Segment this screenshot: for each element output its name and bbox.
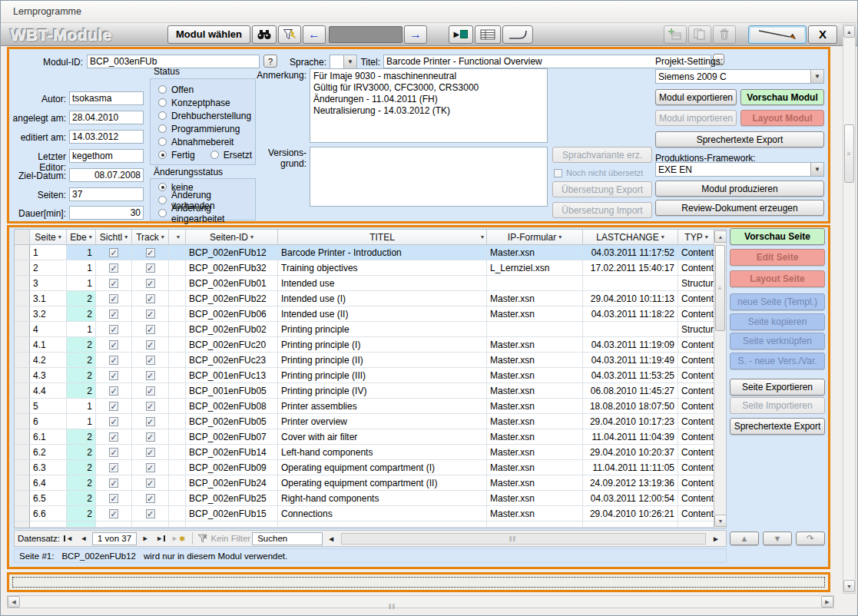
chevron-down-icon[interactable]: ▼ [343,55,356,68]
vorschau-modul-button[interactable]: Vorschau Modul [740,89,824,105]
sort-arrow-icon[interactable]: ▾ [89,233,92,240]
track-checkbox[interactable]: ✓ [146,340,155,349]
modul-id-help-button[interactable]: ? [263,55,277,68]
column-header-Track[interactable]: Track▾ [132,230,169,244]
sichtbar-checkbox[interactable]: ✓ [109,463,118,472]
first-record-button[interactable]: ◄ [61,532,75,545]
column-header-TYP[interactable]: TYP▾ [678,230,715,244]
table-scroll-thumb[interactable]: ≡ [715,245,725,331]
aenderungsstatus-radio-keine[interactable] [158,183,167,191]
table-row[interactable]: 6.62✓✓BCP_002enFUb15ConnectionsMaster.xs… [15,506,726,522]
vscroll-up-arrow-icon[interactable]: ▲ [843,25,855,38]
sichtbar-checkbox[interactable]: ✓ [109,263,118,273]
track-checkbox[interactable]: ✓ [146,263,155,273]
table-horizontal-scrollbar[interactable]: ‖‖ [341,533,706,545]
module-select-button[interactable]: Modul wählen [167,25,250,44]
neue-seite-templ--button[interactable]: neue Seite (Templ.) [730,293,825,310]
track-checkbox[interactable]: ✓ [146,509,155,518]
table-row[interactable]: 6.22✓✓BCP_002enFUb14Left-hand components… [15,445,726,460]
move-row-up-button[interactable]: ▲ [730,532,759,545]
sichtbar-checkbox[interactable]: ✓ [109,448,118,457]
sichtbar-checkbox[interactable]: ✓ [109,432,118,442]
aenderungsstatus-radio-Änderung vorhanden[interactable] [158,196,167,204]
sprechertexte-export-modul-button[interactable]: Sprechertexte Export [655,131,824,147]
close-form-button[interactable]: X [808,25,837,44]
scroll-up-icon[interactable]: ▲ [714,230,727,243]
table-row[interactable]: 4.42✓✓BCP_001enFUb05Printing principle (… [15,383,726,399]
goto-record-button[interactable]: ▶ [449,25,473,44]
sprachvariante-button[interactable]: Sprachvariante erz. [552,147,652,163]
angelegt-am-input[interactable]: 28.04.2010 [69,111,144,124]
sort-arrow-icon[interactable]: ▾ [177,233,180,240]
s-neue-vers-var--button[interactable]: S. - neue Vers./Var. [730,353,825,369]
projekt-settings-dropdown[interactable]: Siemens 2009 C ▼ [655,69,824,84]
column-header-Seite[interactable]: Seite▾ [30,230,67,244]
row-selector[interactable] [15,399,30,414]
column-header-Ebe[interactable]: Ebe▾ [67,230,96,244]
record-slider[interactable] [329,26,402,43]
datasheet-view-button[interactable] [475,25,501,44]
track-checkbox[interactable]: ✓ [146,448,155,457]
hscroll-left-icon[interactable]: ◄ [324,532,338,545]
editiert-am-input[interactable]: 14.03.2012 [69,130,144,144]
table-row[interactable]: 3.22✓✓BCP_002enFUb06Intended use (II)Mas… [15,306,726,322]
status-radio-Fertig[interactable] [158,151,167,159]
table-row[interactable]: 31✓✓BCP_002enFUb01Intended useStructure [15,276,726,291]
anmerkung-textarea[interactable]: Für Imaje 9030 - maschinenneutral Gültig… [310,68,548,143]
row-selector[interactable] [15,414,30,429]
hscroll-right-arrow-icon[interactable]: ▶ [821,596,833,608]
pointer-tool-button[interactable] [748,25,807,44]
sort-arrow-icon[interactable]: ▾ [558,233,562,240]
framework-dropdown[interactable]: EXE EN ▼ [655,162,824,177]
table-row[interactable]: 11✓✓BCP_002enFUb12Barcode Printer - Intr… [15,245,726,260]
column-header-Sichtl[interactable]: Sichtl▾ [96,230,132,244]
design-view-button[interactable] [502,25,533,44]
sichtbar-checkbox[interactable]: ✓ [109,494,118,503]
row-selector[interactable] [15,276,30,291]
chevron-down-icon[interactable]: ▼ [810,70,823,83]
letzter-editor-input[interactable]: kegethom [69,149,144,163]
row-selector[interactable] [15,383,30,399]
status-radio-Programmierung[interactable] [158,124,167,133]
sprache-dropdown[interactable]: ▼ [330,55,357,69]
sort-arrow-icon[interactable]: ▾ [661,233,664,240]
next-record-nav-button[interactable]: ► [138,532,152,545]
sichtbar-checkbox[interactable]: ✓ [109,479,118,488]
move-row-down-button[interactable]: ▼ [763,532,792,545]
status-radio-Offen[interactable] [158,85,167,94]
noch-nicht-uebersetzt-checkbox[interactable] [554,169,562,177]
sort-arrow-icon[interactable]: ▾ [705,233,708,240]
column-header-LASTCHANGE[interactable]: LASTCHANGE▾ [583,230,678,244]
sichtbar-checkbox[interactable]: ✓ [109,248,118,257]
search-input[interactable]: Suchen [252,532,323,545]
status-radio-Ersetzt[interactable] [210,151,219,159]
column-header-IP-Formular[interactable]: IP-Formular▾ [487,230,583,244]
table-row[interactable]: 61✓✓BCP_002enFUb05Printer overviewMaster… [15,414,726,429]
window-vertical-scrollbar[interactable]: ▲ ≡ ▼ [843,24,856,594]
hscroll-left-arrow-icon[interactable]: ◀ [8,596,20,608]
status-radio-Drehbucherstellung[interactable] [158,111,167,120]
row-selector[interactable] [15,306,30,322]
table-row[interactable]: 51✓✓BCP_002enFUb08Printer assembliesMast… [15,399,726,414]
previous-record-button[interactable]: ◄ [77,532,91,545]
review-dokument-button[interactable]: Review-Dokument erzeugen [655,200,824,216]
prev-record-button[interactable]: ← [303,25,326,44]
table-row[interactable]: 4.22✓✓BCP_002enFUc23Printing principle (… [15,353,726,368]
status-radio-Konzeptphase[interactable] [158,98,167,107]
sort-arrow-icon[interactable]: ▾ [161,233,164,240]
sichtbar-checkbox[interactable]: ✓ [109,310,118,319]
sichtbar-checkbox[interactable]: ✓ [109,340,118,349]
new-record-button[interactable] [664,25,687,44]
table-row[interactable]: 6.52✓✓BCP_002enFUb25Right-hand component… [15,491,726,506]
row-selector[interactable] [15,506,30,522]
edit-seite-button[interactable]: Edit Seite [730,249,825,266]
row-selector[interactable] [15,445,30,460]
refresh-order-button[interactable]: ↷ [796,532,825,545]
sort-arrow-icon[interactable]: ▾ [250,233,253,240]
table-row[interactable]: 41✓✓BCP_002enFUb02Printing principleStru… [15,322,726,337]
row-selector[interactable] [15,322,30,337]
seite-importieren-button[interactable]: Seite Importieren [730,397,825,414]
sichtbar-checkbox[interactable]: ✓ [109,386,118,396]
filter-button[interactable] [278,25,301,44]
sichtbar-checkbox[interactable]: ✓ [109,417,118,426]
